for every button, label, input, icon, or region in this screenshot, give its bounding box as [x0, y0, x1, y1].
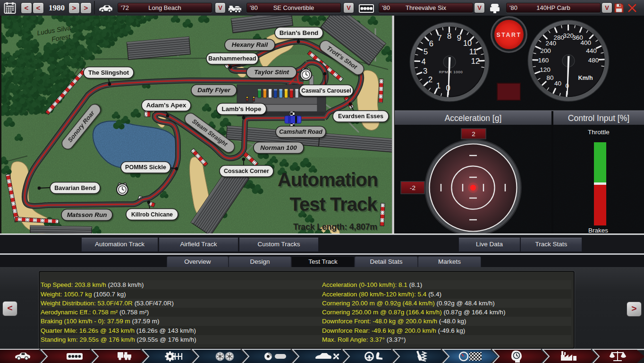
svg-text:Caswal's Carousel: Caswal's Carousel	[301, 87, 351, 94]
svg-text:Automation: Automation	[278, 169, 378, 190]
svg-text:Evardsen Esses: Evardsen Esses	[338, 113, 383, 120]
svg-text:1: 1	[436, 81, 441, 90]
svg-text:The Slingshot: The Slingshot	[88, 69, 129, 76]
svg-text:-2: -2	[410, 184, 415, 191]
svg-text:Killrob Chicane: Killrob Chicane	[131, 211, 173, 218]
svg-text:Matsson Run: Matsson Run	[67, 211, 107, 218]
svg-text:Bavarian Bend: Bavarian Bend	[54, 185, 96, 191]
svg-text:Banhammerhead: Banhammerhead	[208, 55, 256, 62]
svg-text:Adam's Apex: Adam's Apex	[146, 102, 186, 109]
svg-text:6: 6	[429, 39, 433, 48]
svg-text:200: 200	[540, 47, 551, 54]
svg-text:Throttle: Throttle	[588, 129, 610, 136]
svg-text:Hexany Rail: Hexany Rail	[232, 41, 268, 48]
svg-text:2: 2	[472, 130, 475, 138]
svg-text:2: 2	[428, 75, 432, 84]
svg-text:Cossack Corner: Cossack Corner	[224, 168, 269, 174]
svg-text:120: 120	[540, 66, 551, 73]
svg-text:40: 40	[554, 80, 561, 87]
svg-text:Lamb's Hope: Lamb's Hope	[221, 105, 262, 112]
svg-text:5: 5	[424, 47, 428, 56]
svg-text:400: 400	[580, 39, 591, 46]
svg-text:Norman 100: Norman 100	[260, 144, 297, 151]
svg-text:Camshaft Road: Camshaft Road	[279, 129, 322, 135]
svg-text:Acceleration [g]: Acceleration [g]	[445, 113, 502, 123]
svg-text:3: 3	[423, 67, 427, 75]
svg-text:12: 12	[471, 57, 480, 65]
svg-text:11: 11	[469, 47, 477, 56]
svg-text:Control Input [%]: Control Input [%]	[568, 113, 629, 123]
svg-text:9: 9	[457, 34, 461, 42]
svg-text:4: 4	[421, 57, 425, 66]
svg-text:RPM X 1000: RPM X 1000	[439, 70, 463, 74]
svg-text:Daffy Flyer: Daffy Flyer	[197, 86, 230, 94]
svg-text:Brian's Bend: Brian's Bend	[280, 29, 319, 36]
svg-text:80: 80	[547, 74, 554, 81]
svg-text:Km/h: Km/h	[578, 75, 593, 81]
svg-text:7: 7	[437, 34, 441, 42]
svg-text:8: 8	[447, 32, 451, 40]
svg-text:Test Track: Test Track	[290, 194, 378, 215]
svg-text:480: 480	[588, 57, 599, 64]
svg-text:Taylor Stint: Taylor Stint	[254, 69, 289, 76]
svg-text:Track Length: 4,807m: Track Length: 4,807m	[293, 222, 377, 232]
svg-text:Brakes: Brakes	[588, 227, 608, 234]
svg-text:START: START	[496, 32, 521, 38]
svg-text:POMMS Sickle: POMMS Sickle	[125, 164, 166, 171]
svg-text:440: 440	[586, 47, 597, 54]
svg-text:10: 10	[463, 39, 472, 47]
svg-text:160: 160	[538, 57, 549, 64]
